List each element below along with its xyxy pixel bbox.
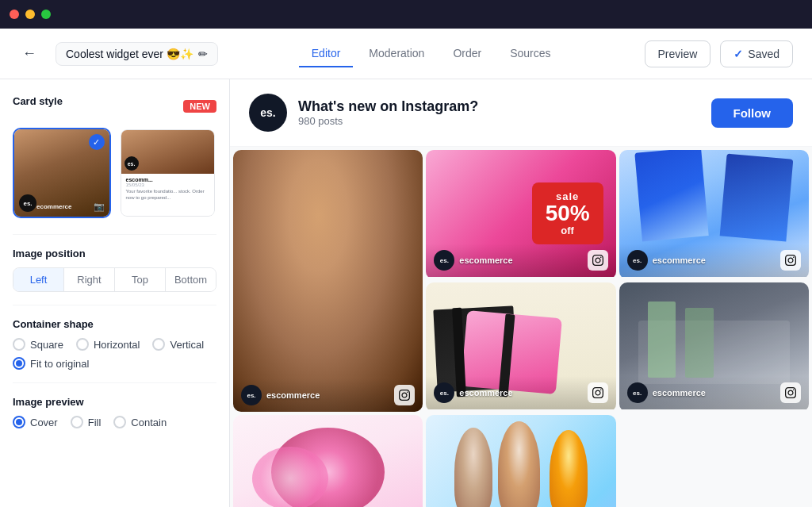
card-style-1[interactable]: ✓ es. 📷 ecommerce bbox=[13, 128, 111, 218]
post-jeans-username: escommerce bbox=[653, 255, 706, 265]
image-position-label: Image position bbox=[13, 248, 216, 259]
img-pos-bottom[interactable]: Bottom bbox=[166, 268, 216, 291]
shape-horizontal[interactable]: Horizontal bbox=[76, 338, 140, 351]
post-card-portrait-main[interactable]: es. escommerce bbox=[233, 150, 423, 412]
tab-sources[interactable]: Sources bbox=[497, 40, 563, 67]
shape-square-label: Square bbox=[30, 339, 63, 351]
post-shoes-overlay: es. escommerce bbox=[426, 376, 615, 409]
feed-avatar: es. bbox=[249, 94, 287, 132]
card2-username-text: escomm... bbox=[126, 177, 210, 182]
shape-fit-radio bbox=[13, 357, 25, 370]
follow-button[interactable]: Follow bbox=[711, 98, 794, 128]
preview-cover-label: Cover bbox=[30, 417, 58, 428]
image-position-group: Left Right Top Bottom bbox=[13, 267, 216, 292]
feed-header-left: es. What's new on Instagram? 980 posts bbox=[249, 94, 478, 132]
container-shape-group: Square Horizontal Vertical Fit to origin… bbox=[13, 338, 216, 370]
tab-order[interactable]: Order bbox=[440, 40, 494, 67]
post-store-username: escommerce bbox=[653, 388, 706, 398]
image-preview-label: Image preview bbox=[13, 396, 216, 408]
post-jeans-platform bbox=[780, 250, 801, 271]
divider-2 bbox=[13, 305, 216, 305]
post-portrait-main-username: escommerce bbox=[266, 390, 320, 400]
app-header: ← Coolest widget ever 😎✨ ✏ Editor Modera… bbox=[0, 29, 812, 79]
post-jeans-user: es. escommerce bbox=[627, 250, 706, 271]
img-pos-top[interactable]: Top bbox=[115, 268, 166, 291]
preview-cover-radio bbox=[13, 416, 25, 428]
post-portrait-main-user: es. escommerce bbox=[241, 385, 320, 405]
tab-moderation[interactable]: Moderation bbox=[356, 40, 437, 67]
saved-label: Saved bbox=[748, 48, 779, 60]
card2-body: Your favorite foundatio... stock. Order … bbox=[126, 189, 210, 202]
card-style-header: Card style NEW bbox=[13, 95, 216, 117]
shape-square-radio bbox=[13, 338, 25, 351]
back-button[interactable]: ← bbox=[19, 42, 40, 65]
image-preview-row: Cover Fill Contain bbox=[13, 416, 216, 428]
traffic-light-yellow[interactable] bbox=[25, 10, 35, 19]
post-card-shoes[interactable]: es. escommerce bbox=[426, 282, 615, 412]
sale-pct: 50% bbox=[543, 202, 592, 225]
posts-grid: es. escommerce sale 50% bbox=[230, 147, 812, 507]
post-store-overlay: es. escommerce bbox=[619, 376, 809, 409]
feed-info: What's new on Instagram? 980 posts bbox=[298, 98, 478, 127]
divider-1 bbox=[13, 234, 216, 235]
post-card-group[interactable]: es. escommerce bbox=[426, 415, 615, 507]
post-sale-username: escommerce bbox=[459, 255, 512, 265]
traffic-light-green[interactable] bbox=[41, 10, 51, 19]
img-pos-left[interactable]: Left bbox=[13, 268, 64, 291]
tab-editor[interactable]: Editor bbox=[299, 40, 354, 67]
preview-fill[interactable]: Fill bbox=[71, 416, 102, 428]
nav-tabs: Editor Moderation Order Sources bbox=[234, 40, 629, 67]
card1-username: ecommerce bbox=[36, 203, 71, 217]
divider-3 bbox=[13, 382, 216, 383]
preview-button[interactable]: Preview bbox=[645, 40, 711, 67]
card1-platform-icon: 📷 bbox=[94, 202, 105, 212]
post-sale-overlay: es. escommerce bbox=[426, 244, 615, 277]
selected-check: ✓ bbox=[89, 134, 105, 150]
post-store-user: es. escommerce bbox=[627, 382, 706, 403]
post-shoes-user: es. escommerce bbox=[434, 382, 512, 403]
container-shape-label: Container shape bbox=[13, 318, 216, 330]
preview-contain[interactable]: Contain bbox=[113, 416, 167, 428]
post-sale-platform bbox=[588, 250, 608, 271]
post-card-fashion-store[interactable]: es. escommerce bbox=[619, 282, 809, 412]
card-style-2[interactable]: es. escomm... 15/05/23 Your favorite fou… bbox=[119, 128, 217, 218]
shape-vertical-label: Vertical bbox=[170, 339, 204, 351]
post-sale-avatar: es. bbox=[434, 250, 454, 271]
post-shoes-username: escommerce bbox=[459, 388, 512, 398]
card2-avatar: es. bbox=[124, 156, 139, 171]
post-card-flowers[interactable]: es. escommerce bbox=[233, 415, 423, 507]
project-title-text: Coolest widget ever 😎✨ bbox=[66, 48, 193, 60]
project-title[interactable]: Coolest widget ever 😎✨ ✏ bbox=[56, 42, 218, 66]
img-pos-right[interactable]: Right bbox=[64, 268, 115, 291]
new-badge: NEW bbox=[183, 100, 216, 113]
card-previews: ✓ es. 📷 ecommerce es. escomm... 15/05/23… bbox=[13, 128, 216, 218]
saved-button[interactable]: ✓ Saved bbox=[720, 40, 793, 67]
post-store-platform bbox=[780, 382, 801, 403]
post-jeans-overlay: es. escommerce bbox=[619, 244, 809, 277]
title-bar bbox=[0, 0, 812, 29]
post-jeans-avatar: es. bbox=[627, 250, 648, 271]
post-card-jeans[interactable]: es. escommerce bbox=[619, 150, 809, 279]
post-sale-user: es. escommerce bbox=[434, 250, 512, 271]
preview-fill-radio bbox=[71, 416, 83, 428]
preview-cover[interactable]: Cover bbox=[13, 416, 58, 428]
card-style-label: Card style bbox=[13, 95, 63, 107]
preview-contain-radio bbox=[113, 416, 126, 428]
shape-fit[interactable]: Fit to original bbox=[13, 357, 89, 370]
main-layout: Card style NEW ✓ es. 📷 ecommerce es. bbox=[0, 79, 812, 507]
shape-square[interactable]: Square bbox=[13, 338, 63, 351]
shape-vertical[interactable]: Vertical bbox=[152, 338, 204, 351]
post-portrait-main-platform bbox=[394, 385, 415, 405]
header-actions: Preview ✓ Saved bbox=[645, 40, 794, 67]
post-portrait-main-overlay: es. escommerce bbox=[233, 378, 423, 412]
image-preview-group: Cover Fill Contain bbox=[13, 416, 216, 428]
check-icon: ✓ bbox=[733, 48, 743, 60]
shape-vertical-radio bbox=[152, 338, 165, 351]
pencil-icon: ✏ bbox=[198, 48, 208, 60]
post-card-sale[interactable]: sale 50% off es. escommerce bbox=[426, 150, 615, 279]
post-shoes-platform bbox=[588, 382, 608, 403]
feed-post-count: 980 posts bbox=[298, 115, 478, 127]
traffic-light-red[interactable] bbox=[10, 10, 19, 19]
card1-avatar: es. bbox=[19, 194, 36, 212]
feed-title: What's new on Instagram? bbox=[298, 98, 478, 115]
